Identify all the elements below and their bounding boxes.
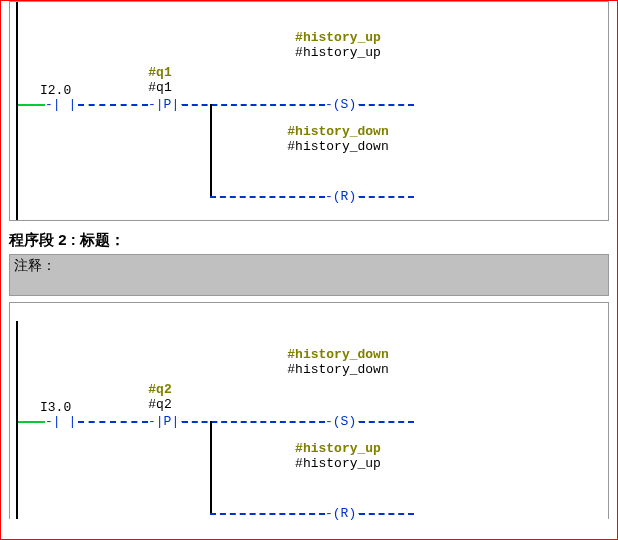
coil-a-tag-n2: #history_down	[278, 347, 398, 362]
wire-n1-seg1	[18, 104, 45, 106]
input-address-n2: I3.0	[40, 400, 71, 415]
coil-a-label-n1: #history_up #history_up	[278, 30, 398, 60]
coil-type-n1-b: R	[341, 189, 349, 204]
edge-type-n1: P	[164, 97, 172, 112]
edge-name-n1: #q1	[100, 80, 220, 95]
coil-a-tag-n1: #history_up	[278, 30, 398, 45]
left-power-rail	[16, 2, 18, 220]
wire-n1-seg2	[78, 104, 148, 106]
coil-type-n2-a: S	[341, 414, 349, 429]
page-root: -| |- -|P|- -(S)- -(R)- I2.0 #q1 #q1 #hi…	[0, 0, 618, 540]
coil-b-label-n1: #history_down #history_down	[278, 124, 398, 154]
coil-b-name-n1: #history_down	[278, 139, 398, 154]
segment-2-comment[interactable]: 注释：	[9, 254, 609, 296]
coil-type-n1-a: S	[341, 97, 349, 112]
coil-a-name-n2: #history_down	[278, 362, 398, 377]
wire-n2-branch	[210, 513, 325, 515]
edge-label-n2: #q2 #q2	[100, 382, 220, 412]
coil-b-name-n2: #history_up	[278, 456, 398, 471]
edge-type-n2: P	[164, 414, 172, 429]
wire-n1-seg4	[359, 104, 414, 106]
input-address-n1: I2.0	[40, 83, 71, 98]
coil-a-name-n1: #history_up	[278, 45, 398, 60]
wire-n2-seg2	[78, 421, 148, 423]
coil-type-n2-b: R	[341, 506, 349, 521]
network-2-ladder: -| |- -|P|- -(S)- -(R)- I3.0 #q2 #q2 #hi…	[10, 303, 608, 519]
wire-n1-seg3	[182, 104, 325, 106]
wire-n2-seg4	[359, 421, 414, 423]
branch-vert-n2	[210, 421, 212, 513]
branch-vert-n1	[210, 104, 212, 196]
network-1-ladder: -| |- -|P|- -(S)- -(R)- I2.0 #q1 #q1 #hi…	[10, 2, 608, 220]
edge-tag-n2: #q2	[100, 382, 220, 397]
coil-b-label-n2: #history_up #history_up	[278, 441, 398, 471]
coil-b-tag-n1: #history_down	[278, 124, 398, 139]
network-2-frame: -| |- -|P|- -(S)- -(R)- I3.0 #q2 #q2 #hi…	[9, 302, 609, 519]
wire-n2-branch-end	[359, 513, 414, 515]
wire-n2-seg3	[182, 421, 325, 423]
segment-2-title: 程序段 2 : 标题：	[9, 231, 609, 250]
coil-b-tag-n2: #history_up	[278, 441, 398, 456]
edge-label-n1: #q1 #q1	[100, 65, 220, 95]
wire-n2-seg1	[18, 421, 45, 423]
wire-n1-branch	[210, 196, 325, 198]
left-power-rail-2	[16, 321, 18, 519]
edge-name-n2: #q2	[100, 397, 220, 412]
wire-n1-branch-end	[359, 196, 414, 198]
network-1-frame: -| |- -|P|- -(S)- -(R)- I2.0 #q1 #q1 #hi…	[9, 1, 609, 221]
comment-label: 注释：	[14, 257, 56, 273]
coil-a-label-n2: #history_down #history_down	[278, 347, 398, 377]
edge-tag-n1: #q1	[100, 65, 220, 80]
